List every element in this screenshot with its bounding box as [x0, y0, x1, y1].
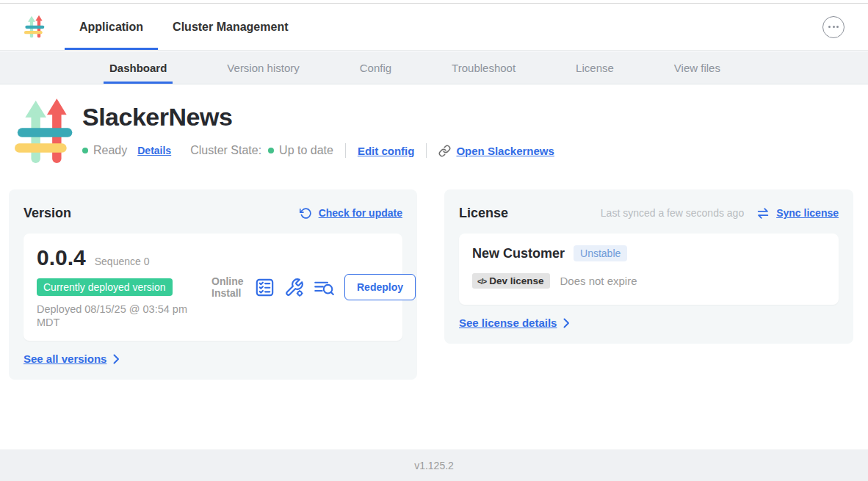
version-card: Version Check for update 0.0.4 Sequence … — [9, 189, 417, 380]
dashboard-cards: Version Check for update 0.0.4 Sequence … — [9, 189, 853, 380]
license-type-label: Dev license — [489, 275, 543, 286]
divider — [345, 143, 346, 158]
chevron-right-icon — [563, 318, 570, 328]
view-logs-icon[interactable] — [314, 278, 335, 297]
version-number: 0.0.4 — [37, 245, 86, 270]
app-status-label: Ready — [93, 144, 127, 157]
tab-application[interactable]: Application — [65, 4, 158, 50]
install-type-label: Online Install — [211, 275, 245, 299]
check-for-update-link[interactable]: Check for update — [319, 207, 402, 219]
cluster-state-value: Up to date — [279, 144, 333, 157]
see-all-versions-link[interactable]: See all versions — [23, 352, 106, 365]
license-summary-panel: New Customer Unstable </> Dev license Do… — [459, 234, 839, 305]
more-menu-button[interactable] — [822, 16, 845, 38]
edit-config-link[interactable]: Edit config — [358, 145, 415, 157]
license-type-badge: </> Dev license — [472, 273, 550, 289]
subnav-tab-license[interactable]: License — [573, 51, 617, 84]
subnav-tab-view-files[interactable]: View files — [671, 51, 723, 84]
cluster-state-label: Cluster State: — [190, 144, 261, 157]
code-icon: </> — [477, 277, 486, 286]
tab-cluster-management[interactable]: Cluster Management — [158, 4, 303, 50]
divider — [426, 143, 427, 158]
license-card-title: License — [459, 206, 508, 221]
subnav-tab-troubleshoot[interactable]: Troubleshoot — [449, 51, 518, 84]
current-version-panel: 0.0.4 Sequence 0 Currently deployed vers… — [23, 234, 402, 341]
link-chain-icon — [438, 145, 451, 157]
version-card-title: Version — [23, 206, 71, 221]
open-app-link[interactable]: Open Slackernews — [456, 145, 554, 157]
app-footer: v1.125.2 — [0, 449, 868, 481]
app-subnav: Dashboard Version history Config Trouble… — [0, 51, 868, 84]
sync-license-link[interactable]: Sync license — [776, 207, 839, 219]
redeploy-button[interactable]: Redeploy — [344, 274, 416, 300]
see-license-details-link[interactable]: See license details — [459, 317, 557, 329]
deployed-status-badge: Currently deployed version — [37, 278, 173, 296]
app-status-row: Ready Details Cluster State: Up to date … — [82, 143, 554, 158]
app-hero: SlackerNews Ready Details Cluster State:… — [0, 85, 868, 189]
cluster-state-dot — [268, 148, 274, 153]
preflight-checks-icon[interactable] — [255, 278, 275, 297]
page-title: SlackerNews — [82, 103, 554, 131]
config-wrench-icon[interactable] — [284, 278, 304, 297]
last-synced-label: Last synced a few seconds ago — [601, 207, 744, 219]
chevron-right-icon — [113, 354, 120, 364]
license-card: License Last synced a few seconds ago Sy… — [444, 189, 853, 344]
sync-arrows-icon — [756, 207, 770, 220]
version-sequence: Sequence 0 — [95, 256, 150, 267]
app-status-dot — [82, 148, 88, 153]
app-header: Application Cluster Management — [0, 4, 868, 51]
status-details-link[interactable]: Details — [137, 145, 171, 156]
app-logo-large — [15, 98, 78, 167]
license-expiry-label: Does not expire — [560, 275, 637, 287]
subnav-tab-dashboard[interactable]: Dashboard — [106, 51, 170, 84]
customer-name: New Customer — [472, 246, 565, 261]
channel-badge: Unstable — [574, 245, 627, 261]
deployed-timestamp: Deployed 08/15/25 @ 03:54 pm MDT — [37, 303, 195, 329]
subnav-tab-config[interactable]: Config — [357, 51, 394, 84]
app-logo-icon — [24, 14, 46, 40]
refresh-icon — [300, 207, 312, 220]
header-tabs: Application Cluster Management — [65, 4, 303, 50]
open-app-link-wrap[interactable]: Open Slackernews — [438, 145, 554, 157]
console-version-label: v1.125.2 — [414, 460, 454, 471]
subnav-tab-version-history[interactable]: Version history — [224, 51, 302, 84]
